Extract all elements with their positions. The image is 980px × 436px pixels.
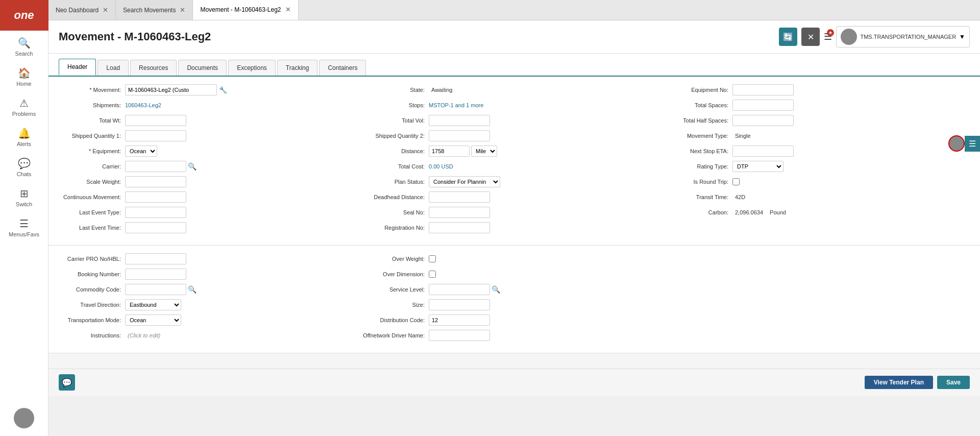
tab-load[interactable]: Load — [97, 60, 129, 76]
col-total-half-spaces: Total Half Spaces: — [666, 115, 970, 126]
col-is-round-trip: Is Round Trip: — [666, 178, 970, 185]
sidebar-item-menus[interactable]: ☰ Menus/Favs — [0, 211, 48, 241]
over-weight-checkbox[interactable] — [429, 255, 436, 262]
carrier-search-button[interactable]: 🔍 — [186, 162, 198, 171]
col-distance: Distance: Mile — [362, 146, 666, 157]
tab-tracking[interactable]: Tracking — [277, 60, 318, 76]
tab-header[interactable]: Header — [59, 59, 96, 76]
registration-no-input[interactable] — [429, 222, 490, 233]
total-vol-input[interactable] — [429, 115, 490, 126]
shipped-qty2-input[interactable] — [429, 130, 490, 141]
stops-link[interactable]: MSTOP-1 and 1 more — [429, 102, 483, 108]
instructions-value[interactable]: (Click to edit) — [125, 331, 163, 340]
search-icon: 🔍 — [18, 37, 31, 49]
shipped-qty1-input[interactable] — [125, 130, 186, 141]
last-event-type-label: Last Event Type: — [59, 209, 125, 215]
tab-tracking-label: Tracking — [286, 64, 309, 71]
commodity-code-input[interactable] — [125, 284, 186, 295]
total-cost-link[interactable]: 0.00 USD — [429, 163, 453, 169]
tab-containers[interactable]: Containers — [319, 60, 366, 76]
tab-close-search-movements[interactable]: ✕ — [180, 6, 185, 14]
distance-unit-select[interactable]: Mile — [471, 146, 497, 157]
col-last-event-type: Last Event Type: — [59, 207, 362, 218]
save-button[interactable]: Save — [937, 376, 970, 389]
form-section-2: Carrier PRO No/HBL: Over Weight: Booking… — [48, 246, 980, 353]
service-level-search-button[interactable]: 🔍 — [490, 285, 502, 294]
carrier-pro-input[interactable] — [125, 253, 186, 264]
col2-travel-direction: Travel Direction: Eastbound — [59, 299, 362, 310]
chat-button[interactable]: 💬 — [59, 374, 75, 391]
floating-menu-button[interactable]: ☰ — [965, 136, 980, 152]
equipment-select[interactable]: Ocean — [125, 146, 157, 157]
shipments-link[interactable]: 1060463-Leg2 — [125, 102, 161, 108]
equipment-label: * Equipment: — [59, 148, 125, 154]
action-bar: 💬 View Tender Plan Save — [48, 369, 980, 396]
total-spaces-input[interactable] — [732, 100, 794, 111]
sidebar-item-home[interactable]: 🏠 Home — [0, 61, 48, 91]
sidebar-item-search[interactable]: 🔍 Search — [0, 31, 48, 61]
refresh-button[interactable]: 🔄 — [779, 28, 797, 46]
booking-number-input[interactable] — [125, 269, 186, 280]
view-tender-button[interactable]: View Tender Plan — [865, 376, 933, 389]
state-label: State: — [362, 87, 429, 93]
sidebar-item-chats[interactable]: 💬 Chats — [0, 151, 48, 181]
col2-booking: Booking Number: — [59, 269, 362, 280]
service-level-label: Service Level: — [362, 286, 429, 293]
equipment-no-input[interactable] — [732, 84, 794, 95]
carrier-input[interactable] — [125, 161, 186, 172]
tab-neo-dashboard[interactable]: Neo Dashboard ✕ — [48, 0, 116, 20]
movement-type-value: Single — [732, 132, 753, 140]
close-button[interactable]: ✕ — [801, 28, 820, 46]
sidebar-item-problems[interactable]: ⚠ Problems — [0, 91, 48, 121]
col-equipment: * Equipment: Ocean — [59, 146, 362, 157]
last-event-time-input[interactable] — [125, 222, 186, 233]
user-dropdown[interactable]: TMS.TRANSPORTATION_MANAGER ▼ — [836, 26, 970, 47]
dropdown-arrow-icon: ▼ — [959, 33, 965, 40]
scale-weight-input[interactable] — [125, 176, 186, 187]
seal-no-input[interactable] — [429, 207, 490, 218]
tab-close-movement[interactable]: ✕ — [285, 6, 291, 13]
transit-time-value: 42D — [732, 193, 748, 201]
is-round-trip-checkbox[interactable] — [732, 178, 740, 185]
transportation-mode-select[interactable]: Ocean — [125, 314, 181, 326]
tab-exceptions[interactable]: Exceptions — [228, 60, 276, 76]
total-half-spaces-label: Total Half Spaces: — [666, 117, 732, 124]
wrench-icon[interactable]: 🔧 — [219, 86, 227, 94]
floating-avatar — [948, 135, 965, 152]
deadhead-distance-input[interactable] — [429, 191, 490, 203]
total-wt-input[interactable] — [125, 115, 186, 126]
sidebar-label-search: Search — [15, 51, 33, 57]
transit-time-label: Transit Time: — [666, 194, 732, 200]
sidebar-avatar[interactable] — [14, 408, 34, 428]
tab-close-neo-dashboard[interactable]: ✕ — [103, 6, 108, 14]
service-level-input[interactable] — [429, 284, 490, 295]
size-input[interactable] — [429, 299, 490, 310]
travel-direction-select[interactable]: Eastbound — [125, 299, 181, 310]
rating-type-label: Rating Type: — [666, 163, 732, 169]
over-dimension-checkbox[interactable] — [429, 271, 436, 278]
col2-carrier-pro: Carrier PRO No/HBL: — [59, 253, 362, 264]
offnetwork-driver-input[interactable] — [429, 330, 490, 341]
movement-input[interactable] — [125, 84, 217, 95]
switch-icon: ⊞ — [20, 187, 29, 200]
tab-documents-label: Documents — [187, 64, 218, 71]
total-half-spaces-input[interactable] — [732, 115, 794, 126]
tab-search-movements[interactable]: Search Movements ✕ — [116, 0, 193, 20]
tab-documents[interactable]: Documents — [178, 60, 227, 76]
next-stop-eta-input[interactable] — [732, 146, 794, 157]
plan-status-select[interactable]: Consider For Plannin — [429, 176, 500, 187]
last-event-type-input[interactable] — [125, 207, 186, 218]
distance-input[interactable] — [429, 146, 470, 157]
sidebar-item-switch[interactable]: ⊞ Switch — [0, 181, 48, 211]
header-bar: Movement - M-1060463-Leg2 🔄 ✕ ☰ ★ TMS.TR… — [48, 20, 980, 54]
commodity-search-button[interactable]: 🔍 — [186, 285, 198, 294]
form-row-continuous: Continuous Movement: Deadhead Distance: … — [59, 191, 970, 203]
tab-movement[interactable]: Movement - M-1060463-Leg2 ✕ — [193, 0, 298, 20]
distribution-code-input[interactable] — [429, 314, 490, 326]
rating-type-select[interactable]: DTP — [732, 161, 783, 172]
sidebar-item-alerts[interactable]: 🔔 Alerts — [0, 121, 48, 151]
form-row-last-event-time: Last Event Time: Registration No: — [59, 222, 970, 233]
continuous-movement-input[interactable] — [125, 191, 186, 203]
page-title: Movement - M-1060463-Leg2 — [59, 30, 779, 43]
tab-resources[interactable]: Resources — [130, 60, 177, 76]
